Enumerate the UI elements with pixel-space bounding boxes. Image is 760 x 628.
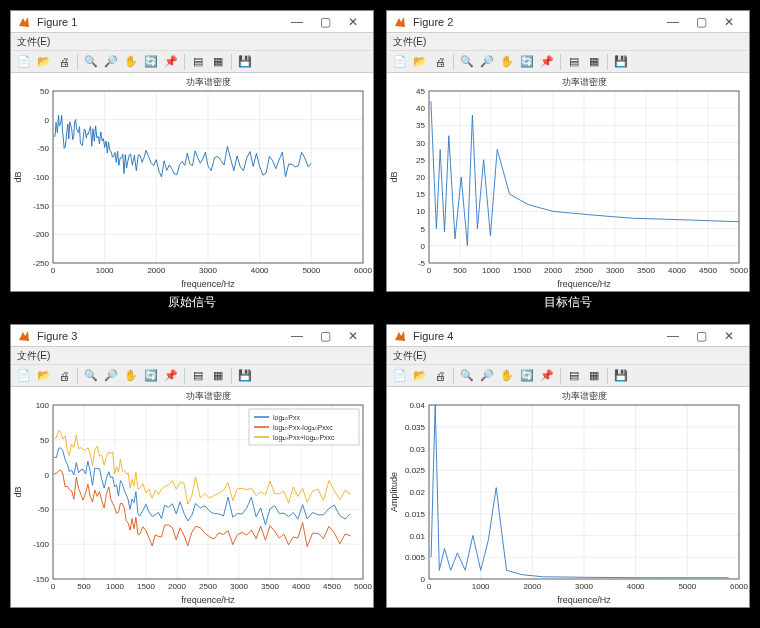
chart-svg: 0500100015002000250030003500400045005000… xyxy=(11,387,373,607)
toolbar-zoom-in-button[interactable]: 🔍 xyxy=(458,367,476,385)
toolbar-new-button[interactable]: 📄 xyxy=(391,367,409,385)
minimize-button[interactable]: — xyxy=(283,15,311,29)
svg-text:50: 50 xyxy=(40,87,49,96)
svg-text:100: 100 xyxy=(36,401,50,410)
svg-text:0: 0 xyxy=(45,471,50,480)
svg-text:-200: -200 xyxy=(33,230,50,239)
toolbar-save-button[interactable]: 💾 xyxy=(612,367,630,385)
svg-text:0.01: 0.01 xyxy=(409,532,425,541)
toolbar-save-button[interactable]: 💾 xyxy=(236,367,254,385)
plot-area: 010002000300040005000600000.0050.010.015… xyxy=(387,387,749,607)
maximize-button[interactable]: ▢ xyxy=(687,15,715,29)
svg-text:45: 45 xyxy=(416,87,425,96)
menu-file[interactable]: 文件(E) xyxy=(393,349,426,363)
toolbar-open-button[interactable]: 📂 xyxy=(411,53,429,71)
toolbar-legend-button[interactable]: ▦ xyxy=(209,53,227,71)
toolbar-legend-button[interactable]: ▦ xyxy=(585,53,603,71)
plot-area: 0500100015002000250030003500400045005000… xyxy=(11,387,373,607)
toolbar-colorbar-button[interactable]: ▤ xyxy=(565,53,583,71)
toolbar-open-button[interactable]: 📂 xyxy=(411,367,429,385)
toolbar-print-button[interactable]: 🖨 xyxy=(55,53,73,71)
svg-text:1000: 1000 xyxy=(472,582,490,591)
toolbar-open-button[interactable]: 📂 xyxy=(35,53,53,71)
minimize-button[interactable]: — xyxy=(283,329,311,343)
toolbar-pan-button[interactable]: ✋ xyxy=(122,53,140,71)
toolbar-zoom-in-button[interactable]: 🔍 xyxy=(82,367,100,385)
svg-text:frequence/Hz: frequence/Hz xyxy=(181,279,235,289)
close-button[interactable]: ✕ xyxy=(339,15,367,29)
close-button[interactable]: ✕ xyxy=(715,329,743,343)
svg-text:6000: 6000 xyxy=(354,266,372,275)
svg-text:0: 0 xyxy=(421,242,426,251)
svg-text:5000: 5000 xyxy=(678,582,696,591)
toolbar-data-cursor-button[interactable]: 📌 xyxy=(538,53,556,71)
toolbar-data-cursor-button[interactable]: 📌 xyxy=(162,53,180,71)
toolbar-rotate-button[interactable]: 🔄 xyxy=(518,367,536,385)
toolbar-print-button[interactable]: 🖨 xyxy=(431,53,449,71)
toolbar-new-button[interactable]: 📄 xyxy=(391,53,409,71)
toolbar-separator xyxy=(184,54,185,70)
svg-text:3000: 3000 xyxy=(230,582,248,591)
close-button[interactable]: ✕ xyxy=(715,15,743,29)
toolbar-colorbar-button[interactable]: ▤ xyxy=(189,53,207,71)
toolbar-colorbar-button[interactable]: ▤ xyxy=(565,367,583,385)
svg-text:5000: 5000 xyxy=(302,266,320,275)
matlab-logo-icon xyxy=(393,329,407,343)
toolbar-zoom-out-button[interactable]: 🔎 xyxy=(102,53,120,71)
toolbar-rotate-button[interactable]: 🔄 xyxy=(142,367,160,385)
toolbar: 📄📂🖨🔍🔎✋🔄📌▤▦💾 xyxy=(387,51,749,73)
menu-file[interactable]: 文件(E) xyxy=(17,35,50,49)
svg-text:2000: 2000 xyxy=(523,582,541,591)
toolbar-separator xyxy=(453,368,454,384)
toolbar-legend-button[interactable]: ▦ xyxy=(209,367,227,385)
svg-text:2500: 2500 xyxy=(199,582,217,591)
toolbar-separator xyxy=(231,54,232,70)
toolbar-print-button[interactable]: 🖨 xyxy=(55,367,73,385)
toolbar-pan-button[interactable]: ✋ xyxy=(498,53,516,71)
titlebar: Figure 2—▢✕ xyxy=(387,11,749,33)
toolbar-zoom-out-button[interactable]: 🔎 xyxy=(102,367,120,385)
svg-text:0.04: 0.04 xyxy=(409,401,425,410)
toolbar-save-button[interactable]: 💾 xyxy=(612,53,630,71)
menu-file[interactable]: 文件(E) xyxy=(393,35,426,49)
figure-window-3: Figure 3—▢✕文件(E)📄📂🖨🔍🔎✋🔄📌▤▦💾0500100015002… xyxy=(10,324,374,608)
svg-text:20: 20 xyxy=(416,173,425,182)
svg-text:3500: 3500 xyxy=(637,266,655,275)
svg-text:log₁₀Pxx: log₁₀Pxx xyxy=(273,414,301,422)
toolbar-separator xyxy=(607,368,608,384)
toolbar-save-button[interactable]: 💾 xyxy=(236,53,254,71)
toolbar-rotate-button[interactable]: 🔄 xyxy=(518,53,536,71)
toolbar-separator xyxy=(560,368,561,384)
toolbar-pan-button[interactable]: ✋ xyxy=(498,367,516,385)
titlebar: Figure 3—▢✕ xyxy=(11,325,373,347)
toolbar-separator xyxy=(231,368,232,384)
close-button[interactable]: ✕ xyxy=(339,329,367,343)
svg-text:log₁₀Pxx-log₁₀Pxxc: log₁₀Pxx-log₁₀Pxxc xyxy=(273,424,333,432)
toolbar-zoom-out-button[interactable]: 🔎 xyxy=(478,367,496,385)
toolbar-pan-button[interactable]: ✋ xyxy=(122,367,140,385)
minimize-button[interactable]: — xyxy=(659,15,687,29)
svg-text:30: 30 xyxy=(416,139,425,148)
toolbar-open-button[interactable]: 📂 xyxy=(35,367,53,385)
matlab-logo-icon xyxy=(17,15,31,29)
maximize-button[interactable]: ▢ xyxy=(311,15,339,29)
toolbar-data-cursor-button[interactable]: 📌 xyxy=(538,367,556,385)
svg-text:0.035: 0.035 xyxy=(405,423,426,432)
minimize-button[interactable]: — xyxy=(659,329,687,343)
maximize-button[interactable]: ▢ xyxy=(687,329,715,343)
toolbar-zoom-in-button[interactable]: 🔍 xyxy=(458,53,476,71)
toolbar-print-button[interactable]: 🖨 xyxy=(431,367,449,385)
menu-file[interactable]: 文件(E) xyxy=(17,349,50,363)
toolbar-colorbar-button[interactable]: ▤ xyxy=(189,367,207,385)
toolbar-new-button[interactable]: 📄 xyxy=(15,367,33,385)
toolbar-legend-button[interactable]: ▦ xyxy=(585,367,603,385)
toolbar-zoom-in-button[interactable]: 🔍 xyxy=(82,53,100,71)
toolbar-data-cursor-button[interactable]: 📌 xyxy=(162,367,180,385)
toolbar-zoom-out-button[interactable]: 🔎 xyxy=(478,53,496,71)
toolbar-new-button[interactable]: 📄 xyxy=(15,53,33,71)
svg-text:1000: 1000 xyxy=(482,266,500,275)
maximize-button[interactable]: ▢ xyxy=(311,329,339,343)
toolbar-rotate-button[interactable]: 🔄 xyxy=(142,53,160,71)
menubar: 文件(E) xyxy=(387,347,749,365)
matlab-logo-icon xyxy=(17,329,31,343)
